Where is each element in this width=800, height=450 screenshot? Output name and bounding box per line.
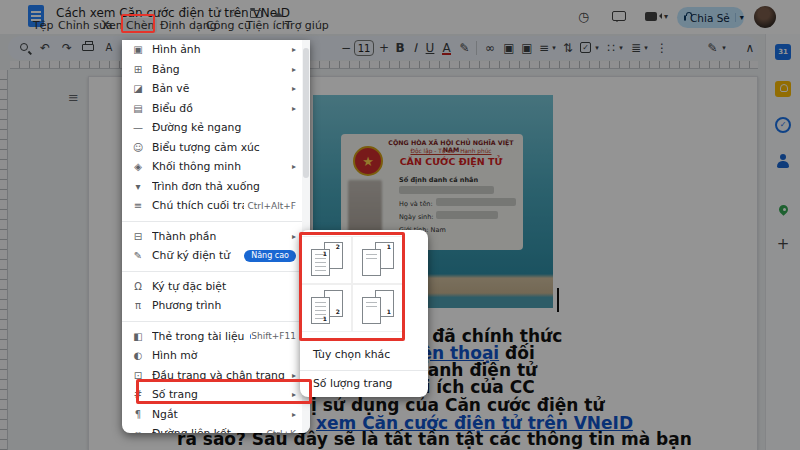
menu-divider (122, 321, 310, 322)
insert-menu: ▣Hình ảnh▸ ⊞Bảng▸ ◪Bản vẽ▸ ▤Biểu đồ▸ —Đư… (122, 40, 310, 433)
menu-item-esignature[interactable]: ✎Chữ ký điện tửNâng cao (122, 246, 310, 266)
menu-item-watermark[interactable]: ◐Hình mờ (122, 346, 310, 366)
menu-item-footnote[interactable]: ≡Chú thích cuối trangCtrl+Alt+F (122, 196, 310, 216)
image-icon: ▣ (130, 44, 146, 55)
footnote-icon: ≡ (130, 200, 146, 211)
shortcut-label: Shift+F11 (251, 331, 296, 341)
menu-item-emoji[interactable]: ☺Biểu tượng cảm xúc (122, 138, 310, 158)
building-blocks-icon: ⊟ (130, 231, 146, 242)
menu-item-break[interactable]: ¶Ngắt▸ (122, 405, 310, 425)
submenu-arrow-icon: ▸ (292, 162, 296, 171)
submenu-arrow-icon: ▸ (292, 45, 296, 54)
document-tabs-icon: ◧ (130, 331, 146, 342)
annotation-box-options-grid (299, 232, 405, 341)
submenu-divider (300, 370, 428, 371)
menu-item-chart[interactable]: ▤Biểu đồ▸ (122, 99, 310, 119)
submenu-arrow-icon: ▸ (292, 410, 296, 419)
submenu-arrow-icon: ▸ (292, 232, 296, 241)
menu-item-building-blocks[interactable]: ⊟Thành phần▸ (122, 227, 310, 247)
menu-divider (122, 221, 310, 222)
equation-icon: π (130, 300, 146, 311)
submenu-arrow-icon: ▸ (292, 84, 296, 93)
menu-item-link[interactable]: ∞Đường liên kếtCtrl+K (122, 424, 310, 433)
premium-badge: Nâng cao (244, 250, 296, 262)
google-docs-window: Cách xem Căn cước điện tử trên VNeID ☆ ☁… (0, 0, 800, 450)
dropdown-icon: ▾ (130, 181, 146, 192)
submenu-arrow-icon: ▸ (292, 65, 296, 74)
table-icon: ⊞ (130, 64, 146, 75)
menu-item-equation[interactable]: πPhương trình (122, 296, 310, 316)
shortcut-label: Ctrl+K (267, 429, 296, 433)
menu-item-image[interactable]: ▣Hình ảnh▸ (122, 40, 310, 60)
menu-divider (122, 271, 310, 272)
esignature-icon: ✎ (130, 250, 146, 261)
watermark-icon: ◐ (130, 350, 146, 361)
menu-item-smart-chips[interactable]: ◈Khối thông minh▸ (122, 157, 310, 177)
menu-item-horizontal-line[interactable]: —Đường kẻ ngang (122, 118, 310, 138)
page-count-item[interactable]: Số lượng trang (300, 373, 428, 395)
chart-icon: ▤ (130, 103, 146, 114)
drawing-icon: ◪ (130, 83, 146, 94)
break-icon: ¶ (130, 409, 146, 420)
annotation-box-insert-menu (121, 14, 155, 33)
annotation-box-page-numbers (136, 379, 312, 404)
special-characters-icon: Ω (130, 281, 146, 292)
more-options-item[interactable]: Tùy chọn khác (300, 344, 428, 366)
submenu-arrow-icon: ▸ (292, 104, 296, 113)
emoji-icon: ☺ (130, 142, 146, 153)
menu-item-special-characters[interactable]: ΩKý tự đặc biệt (122, 277, 310, 297)
horizontal-line-icon: — (130, 122, 146, 133)
menu-item-drawing[interactable]: ◪Bản vẽ▸ (122, 79, 310, 99)
smart-chips-icon: ◈ (130, 161, 146, 172)
link-icon: ∞ (130, 428, 146, 433)
menu-scrollbar-thumb[interactable] (303, 48, 309, 178)
shortcut-label: Ctrl+Alt+F (248, 201, 296, 211)
menu-item-table[interactable]: ⊞Bảng▸ (122, 60, 310, 80)
menu-item-document-tabs[interactable]: ◧Thẻ trong tài liệuShift+F11 (122, 327, 310, 347)
menu-item-dropdown[interactable]: ▾Trình đơn thả xuống (122, 177, 310, 197)
